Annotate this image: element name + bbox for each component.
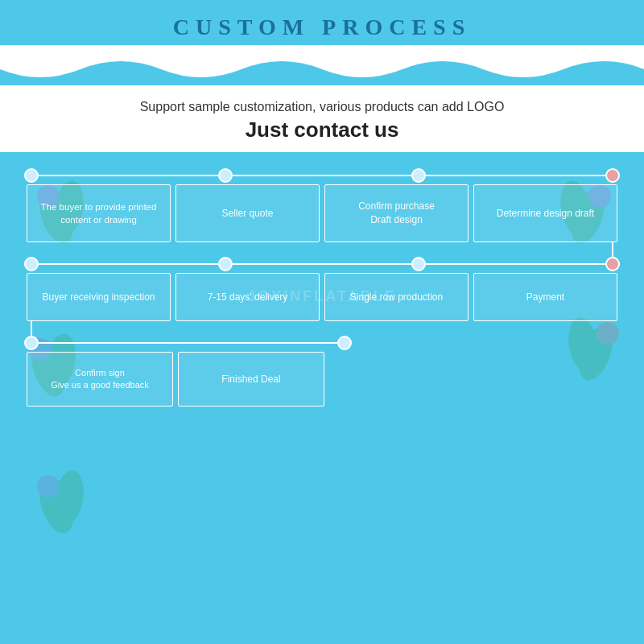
conn-1-1 bbox=[39, 175, 218, 176]
process-section: JOYINFLATABLE bbox=[0, 152, 644, 426]
vert-line-l bbox=[31, 321, 32, 336]
row1-box-wrap-1: The buyer to provide printed content or … bbox=[24, 184, 173, 242]
row2-boxes: Payment Single row production 7-15 days'… bbox=[24, 273, 620, 321]
node-2-2 bbox=[218, 257, 233, 271]
svg-point-14 bbox=[37, 475, 60, 497]
row1-box-wrap-3: Confirm purchaseDraft design bbox=[322, 184, 471, 242]
row3-boxes: Confirm signGive us a good feedback Fini… bbox=[24, 352, 620, 407]
step-box-4: Determine design draft bbox=[473, 184, 617, 242]
step-box-2: Seller quote bbox=[175, 184, 320, 242]
white-section: Support sample customization, various pr… bbox=[0, 85, 644, 152]
step-box-1: The buyer to provide printed content or … bbox=[27, 184, 171, 242]
row1-boxes: The buyer to provide printed content or … bbox=[24, 184, 620, 242]
row3-box-wrap-1: Confirm signGive us a good feedback bbox=[24, 352, 175, 407]
header-section: CUSTOM PROCESS bbox=[0, 0, 644, 40]
row2-box-wrap-1: Buyer receiving inspection bbox=[24, 273, 173, 321]
svg-point-12 bbox=[33, 475, 80, 538]
conn-2-1 bbox=[39, 263, 218, 265]
row3-spacer bbox=[327, 352, 620, 407]
deco-leaf-5 bbox=[24, 466, 89, 542]
vert-line-left-wrap bbox=[24, 321, 39, 336]
row1-nodes bbox=[24, 168, 620, 183]
spacer-v1 bbox=[24, 242, 605, 257]
node-2-3 bbox=[411, 257, 426, 271]
step-box-7: Single row production bbox=[324, 273, 469, 321]
wave-divider bbox=[0, 45, 644, 85]
svg-point-13 bbox=[49, 468, 88, 528]
row2-box-wrap-3: Single row production bbox=[322, 273, 471, 321]
spacer-v2 bbox=[39, 321, 620, 336]
row1-box-wrap-4: Determine design draft bbox=[471, 184, 620, 242]
row2-box-wrap-2: 7-15 days' delivery bbox=[173, 273, 322, 321]
node-1-2 bbox=[218, 168, 233, 183]
row2-box-wrap-4: Payment bbox=[471, 273, 620, 321]
step-box-5: Buyer receiving inspection bbox=[27, 273, 171, 321]
node-1-1 bbox=[24, 168, 39, 183]
node-2-1 bbox=[24, 257, 39, 271]
node-3-1 bbox=[24, 336, 39, 350]
flow-container: The buyer to provide printed content or … bbox=[16, 160, 628, 418]
vert-line-right bbox=[605, 242, 620, 257]
row3-nodes bbox=[24, 336, 352, 350]
conn-2-2 bbox=[233, 263, 412, 265]
step-box-9: Confirm signGive us a good feedback bbox=[27, 352, 173, 407]
conn-1-3 bbox=[426, 175, 605, 176]
row1-box-wrap-2: Seller quote bbox=[173, 184, 322, 242]
node-1-4 bbox=[605, 168, 620, 183]
conn-1-2 bbox=[233, 175, 412, 176]
node-3-2 bbox=[337, 336, 352, 350]
support-text: Support sample customization, various pr… bbox=[16, 100, 628, 114]
conn-3-1 bbox=[39, 342, 337, 344]
step-box-8: Payment bbox=[473, 273, 617, 321]
step-box-3: Confirm purchaseDraft design bbox=[324, 184, 469, 242]
page-wrapper: CUSTOM PROCESS Support sample customizat… bbox=[0, 0, 644, 644]
page-title: CUSTOM PROCESS bbox=[0, 14, 644, 40]
node-2-4 bbox=[605, 257, 620, 271]
conn-2-3 bbox=[426, 263, 605, 265]
row3-box-wrap-2: Finished Deal bbox=[175, 352, 327, 407]
vert-line-r bbox=[612, 242, 613, 257]
vert-space-1 bbox=[24, 242, 620, 257]
step-box-6: 7-15 days' delivery bbox=[175, 273, 320, 321]
vert-space-2 bbox=[24, 321, 620, 336]
step-box-10: Finished Deal bbox=[178, 352, 324, 407]
node-1-3 bbox=[411, 168, 426, 183]
contact-text: Just contact us bbox=[16, 118, 628, 142]
row2-nodes bbox=[24, 257, 620, 271]
